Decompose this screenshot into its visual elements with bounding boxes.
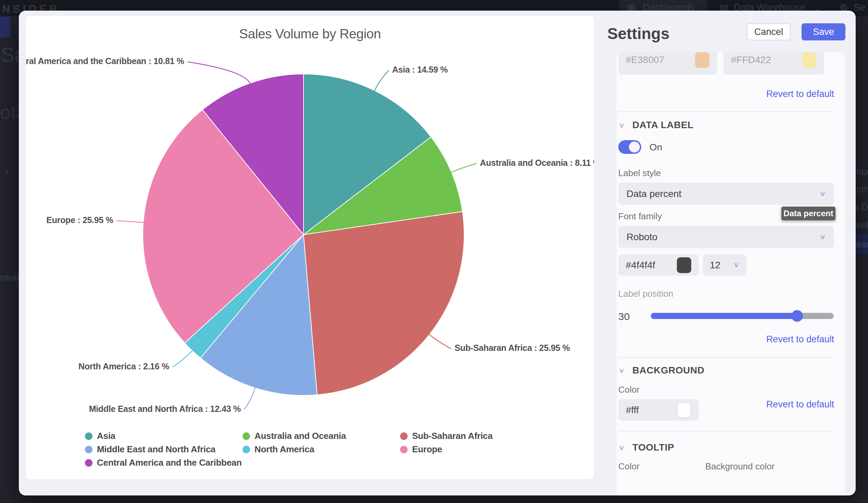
font-family-dropdown[interactable]: Roboto ∨ — [618, 226, 834, 248]
legend-dot — [242, 446, 250, 453]
tooltip-color-label: Color — [618, 461, 640, 472]
pie-slice-label: Central America and the Caribbean : 10.8… — [26, 56, 184, 66]
chart-title: Sales Volume by Region — [26, 27, 594, 41]
settings-modal: Sales Volume by Region Asia : 14.59 %Aus… — [19, 11, 856, 495]
legend-dot — [85, 459, 93, 467]
background-color-label: Color — [618, 384, 640, 395]
chart-legend: AsiaAustralia and OceaniaSub-Saharan Afr… — [85, 432, 558, 467]
slider-thumb[interactable] — [791, 310, 803, 322]
label-position-value: 30 — [618, 311, 630, 322]
font-family-value: Roboto — [627, 232, 657, 243]
series-color-swatch-2[interactable] — [802, 52, 817, 68]
label-leader-line — [173, 350, 193, 367]
sidebar-highlight — [0, 17, 10, 38]
legend-dot — [85, 446, 93, 453]
legend-dot — [400, 446, 407, 453]
section-divider — [618, 357, 834, 358]
series-color-input-2[interactable]: #FFD422 — [723, 52, 824, 75]
legend-item-1[interactable]: Asia — [85, 432, 242, 440]
pie-slice-label: Australia and Oceania : 8.11 % — [480, 158, 594, 167]
series-color-value-2: #FFD422 — [731, 54, 771, 65]
legend-label: Australia and Oceania — [255, 431, 346, 441]
toggle-state-label: On — [650, 142, 662, 153]
font-color-swatch[interactable] — [677, 257, 691, 273]
pie-chart: Asia : 14.59 %Australia and Oceania : 8.… — [26, 16, 594, 479]
chevron-down-icon[interactable]: ∨ — [618, 366, 625, 374]
chevron-down-icon: ∨ — [733, 261, 740, 269]
bg-text-fragment: ear — [856, 239, 868, 250]
section-divider — [618, 111, 834, 112]
legend-item-2[interactable]: Australia and Oceania — [242, 432, 400, 440]
series-color-input-1[interactable]: #E38007 — [618, 52, 717, 75]
font-color-input[interactable]: #4f4f4f — [618, 254, 699, 276]
save-button[interactable]: Save — [802, 23, 845, 40]
toggle-knob — [629, 142, 640, 153]
label-leader-line — [188, 62, 250, 84]
legend-item-7[interactable]: Central America and the Caribbean — [85, 459, 242, 467]
revert-to-default-link-colors[interactable]: Revert to default — [618, 89, 834, 99]
tooltip-background-color-label: Background color — [705, 461, 775, 472]
bg-text-fragment: k D — [854, 202, 868, 213]
dropdown-tooltip: Data percent — [781, 207, 836, 220]
legend-label: Sub-Saharan Africa — [412, 431, 493, 441]
section-title: DATA LABEL — [632, 120, 694, 131]
series-color-swatch-1[interactable] — [695, 52, 710, 68]
bg-text-fragment: eek — [856, 220, 868, 230]
legend-item-3[interactable]: Sub-Saharan Africa — [400, 432, 558, 440]
pie-slice-label: Middle East and North Africa : 12.43 % — [89, 404, 241, 413]
revert-to-default-link-background[interactable]: Revert to default — [618, 399, 834, 410]
font-size-value: 12 — [710, 260, 720, 271]
label-position-label: Label position — [618, 288, 673, 299]
cancel-button[interactable]: Cancel — [747, 23, 790, 40]
chevron-down-icon: ∨ — [819, 233, 826, 241]
bg-text-fragment: nth — [856, 184, 868, 195]
legend-item-5[interactable]: North America — [242, 445, 400, 454]
legend-dot — [242, 432, 250, 440]
section-title: TOOLTIP — [632, 442, 674, 453]
legend-item-4[interactable]: Middle East and North Africa — [85, 445, 242, 454]
legend-dot — [400, 432, 407, 440]
data-label-toggle[interactable] — [618, 140, 641, 154]
legend-label: Europe — [412, 444, 442, 455]
pie-slice-label: North America : 2.16 % — [79, 361, 169, 371]
font-color-value: #4f4f4f — [626, 260, 655, 271]
slider-fill — [651, 313, 797, 319]
chevron-down-icon[interactable]: ∨ — [618, 443, 625, 451]
pie-slice-label: Asia : 14.59 % — [392, 65, 448, 74]
font-family-label: Font family — [618, 211, 662, 222]
section-title: BACKGROUND — [632, 365, 704, 376]
label-leader-line — [244, 387, 256, 409]
section-header-tooltip: ∨ TOOLTIP — [618, 442, 674, 453]
revert-to-default-link-data-label[interactable]: Revert to default — [618, 334, 834, 345]
nav-settings[interactable]: Se — [854, 2, 865, 13]
legend-label: Middle East and North Africa — [97, 444, 216, 455]
label-position-slider[interactable] — [651, 313, 834, 319]
chart-card: Sales Volume by Region Asia : 14.59 %Aus… — [26, 16, 594, 479]
section-divider — [618, 431, 834, 431]
label-leader-line — [117, 220, 145, 222]
section-header-data-label: ∨ DATA LABEL — [618, 120, 694, 131]
label-leader-line — [428, 334, 451, 349]
legend-label: North America — [255, 444, 314, 455]
settings-scroll-area[interactable]: #E38007 #FFD422 Revert to default ∨ DATA… — [617, 52, 845, 495]
pie-slice-3[interactable] — [303, 212, 464, 395]
bg-text-fragment: nge — [856, 166, 868, 177]
legend-item-6[interactable]: Europe — [400, 445, 558, 454]
legend-label: Asia — [97, 431, 115, 441]
legend-dot — [85, 432, 93, 440]
label-style-value: Data percent — [627, 188, 681, 199]
series-color-value-1: #E38007 — [626, 54, 664, 65]
label-style-label: Label style — [618, 168, 661, 178]
section-header-background: ∨ BACKGROUND — [618, 365, 704, 376]
font-size-dropdown[interactable]: 12 ∨ — [703, 254, 746, 276]
panel-title: Settings — [607, 24, 669, 43]
bg-text-fragment: ntral — [0, 273, 19, 283]
bg-bullet: ● — [6, 168, 9, 176]
pie-slice-label: Europe : 25.95 % — [46, 215, 113, 225]
chevron-down-icon[interactable]: ∨ — [618, 121, 625, 129]
label-style-dropdown[interactable]: Data percent ∨ — [618, 183, 834, 205]
label-leader-line — [374, 70, 389, 92]
chevron-down-icon: ∨ — [819, 189, 826, 198]
legend-label: Central America and the Caribbean — [97, 458, 242, 468]
pie-slice-label: Sub-Saharan Africa : 25.95 % — [455, 343, 570, 352]
